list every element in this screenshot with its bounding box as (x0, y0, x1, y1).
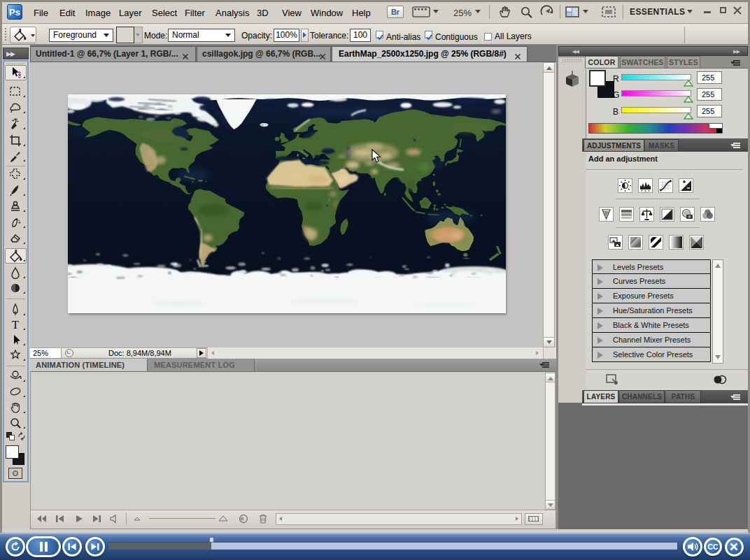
svg-text:CC: CC (707, 543, 719, 551)
svg-text:T: T (12, 318, 20, 331)
